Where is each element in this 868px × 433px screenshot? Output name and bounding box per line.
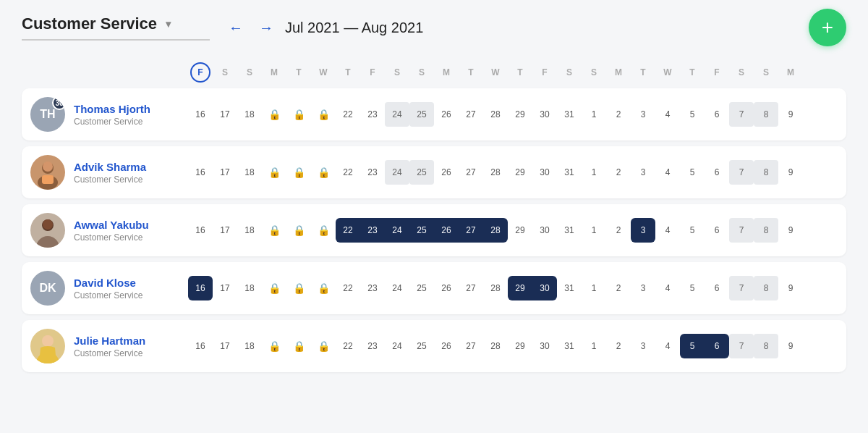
day-cell[interactable]: 2 xyxy=(606,334,631,358)
employee-name[interactable]: Julie Hartman xyxy=(74,335,145,347)
day-cell[interactable]: 31 xyxy=(557,334,582,358)
day-cell[interactable]: 4 xyxy=(655,160,680,185)
day-cell[interactable]: 8 xyxy=(754,102,778,127)
day-cell[interactable]: 28 xyxy=(483,102,508,127)
day-cell[interactable]: 5 xyxy=(680,334,705,358)
day-cell[interactable]: 2 xyxy=(606,160,631,185)
day-cell[interactable]: 25 xyxy=(409,276,434,300)
day-cell[interactable]: 26 xyxy=(434,102,459,127)
day-cell[interactable]: 30 xyxy=(532,160,557,185)
day-cell[interactable]: 3 xyxy=(631,276,655,300)
day-cell[interactable]: 5 xyxy=(680,276,705,300)
day-cell[interactable]: 1 xyxy=(582,102,606,127)
day-cell[interactable]: 4 xyxy=(655,218,680,243)
day-cell[interactable]: 29 xyxy=(508,276,532,300)
day-cell[interactable]: 2 xyxy=(606,276,631,300)
day-cell[interactable]: 🔒 xyxy=(262,276,286,300)
day-cell[interactable]: 30 xyxy=(532,102,557,127)
day-cell[interactable]: 6 xyxy=(705,276,729,300)
employee-name[interactable]: Awwal Yakubu xyxy=(74,219,149,231)
day-cell[interactable]: 22 xyxy=(336,102,360,127)
day-cell[interactable]: 7 xyxy=(729,102,754,127)
day-cell[interactable]: 18 xyxy=(237,276,262,300)
day-cell[interactable]: 24 xyxy=(385,160,409,185)
day-cell[interactable]: 6 xyxy=(705,160,729,185)
day-cell[interactable]: 29 xyxy=(508,218,532,243)
day-cell[interactable]: 25 xyxy=(409,160,434,185)
day-cell[interactable]: 8 xyxy=(754,276,778,300)
day-cell[interactable]: 16 xyxy=(188,334,213,358)
day-cell[interactable]: 7 xyxy=(729,218,754,243)
day-cell[interactable]: 25 xyxy=(409,102,434,127)
day-cell[interactable]: 1 xyxy=(582,334,606,358)
day-cell[interactable]: 2 xyxy=(606,218,631,243)
day-cell[interactable]: 31 xyxy=(557,102,582,127)
day-cell[interactable]: 22 xyxy=(336,160,360,185)
day-cell[interactable]: 7 xyxy=(729,334,754,358)
day-cell[interactable]: 22 xyxy=(336,276,360,300)
employee-name[interactable]: Advik Sharma xyxy=(74,161,146,173)
employee-name[interactable]: David Klose xyxy=(74,277,142,289)
day-cell[interactable]: 24 xyxy=(385,276,409,300)
day-cell[interactable]: 31 xyxy=(557,218,582,243)
day-cell[interactable]: 29 xyxy=(508,160,532,185)
day-cell[interactable]: 27 xyxy=(459,334,483,358)
day-cell[interactable]: 3 xyxy=(631,218,655,243)
day-cell[interactable]: 6 xyxy=(705,334,729,358)
day-cell[interactable]: 23 xyxy=(360,218,385,243)
day-cell[interactable]: 22 xyxy=(336,218,360,243)
day-cell[interactable]: 25 xyxy=(409,218,434,243)
day-cell[interactable]: 24 xyxy=(385,334,409,358)
day-cell[interactable]: 17 xyxy=(213,160,237,185)
day-cell[interactable]: 29 xyxy=(508,334,532,358)
day-cell[interactable]: 1 xyxy=(582,276,606,300)
day-cell[interactable]: 2 xyxy=(606,102,631,127)
day-cell[interactable]: 31 xyxy=(557,276,582,300)
day-cell[interactable]: 🔒 xyxy=(262,218,286,243)
day-cell[interactable]: 4 xyxy=(655,334,680,358)
day-cell[interactable]: 17 xyxy=(213,102,237,127)
day-cell[interactable]: 🔒 xyxy=(286,218,311,243)
day-cell[interactable]: 5 xyxy=(680,160,705,185)
day-cell[interactable]: 30 xyxy=(532,334,557,358)
day-cell[interactable]: 3 xyxy=(631,160,655,185)
day-cell[interactable]: 16 xyxy=(188,160,213,185)
day-cell[interactable]: 9 xyxy=(778,160,803,185)
day-cell[interactable]: 27 xyxy=(459,102,483,127)
day-cell[interactable]: 26 xyxy=(434,160,459,185)
day-cell[interactable]: 28 xyxy=(483,276,508,300)
day-cell[interactable]: 9 xyxy=(778,276,803,300)
day-cell[interactable]: 28 xyxy=(483,160,508,185)
day-cell[interactable]: 8 xyxy=(754,334,778,358)
day-cell[interactable]: 24 xyxy=(385,102,409,127)
day-cell[interactable]: 23 xyxy=(360,102,385,127)
day-cell[interactable]: 26 xyxy=(434,334,459,358)
day-cell[interactable]: 23 xyxy=(360,334,385,358)
day-cell[interactable]: 23 xyxy=(360,276,385,300)
day-cell[interactable]: 🔒 xyxy=(286,276,311,300)
day-cell[interactable]: 9 xyxy=(778,102,803,127)
day-cell[interactable]: 27 xyxy=(459,218,483,243)
next-arrow-button[interactable]: → xyxy=(255,16,278,39)
employee-name[interactable]: Thomas Hjorth xyxy=(74,103,150,115)
day-cell[interactable]: 23 xyxy=(360,160,385,185)
day-cell[interactable]: 9 xyxy=(778,334,803,358)
day-cell[interactable]: 1 xyxy=(582,160,606,185)
day-cell[interactable]: 🔒 xyxy=(286,102,311,127)
day-cell[interactable]: 17 xyxy=(213,218,237,243)
day-cell[interactable]: 16 xyxy=(188,102,213,127)
day-cell[interactable]: 🔒 xyxy=(286,160,311,185)
day-cell[interactable]: 🔒 xyxy=(311,334,336,358)
day-cell[interactable]: 7 xyxy=(729,276,754,300)
day-cell[interactable]: 🔒 xyxy=(262,160,286,185)
day-cell[interactable]: 27 xyxy=(459,160,483,185)
day-cell[interactable]: 6 xyxy=(705,102,729,127)
day-cell[interactable]: 29 xyxy=(508,102,532,127)
day-cell[interactable]: 🔒 xyxy=(262,334,286,358)
dept-selector[interactable]: Customer Service ▾ xyxy=(22,14,210,41)
add-button[interactable]: + xyxy=(809,9,846,46)
day-cell[interactable]: 27 xyxy=(459,276,483,300)
day-cell[interactable]: 17 xyxy=(213,276,237,300)
day-cell[interactable]: 26 xyxy=(434,218,459,243)
day-cell[interactable]: 8 xyxy=(754,160,778,185)
